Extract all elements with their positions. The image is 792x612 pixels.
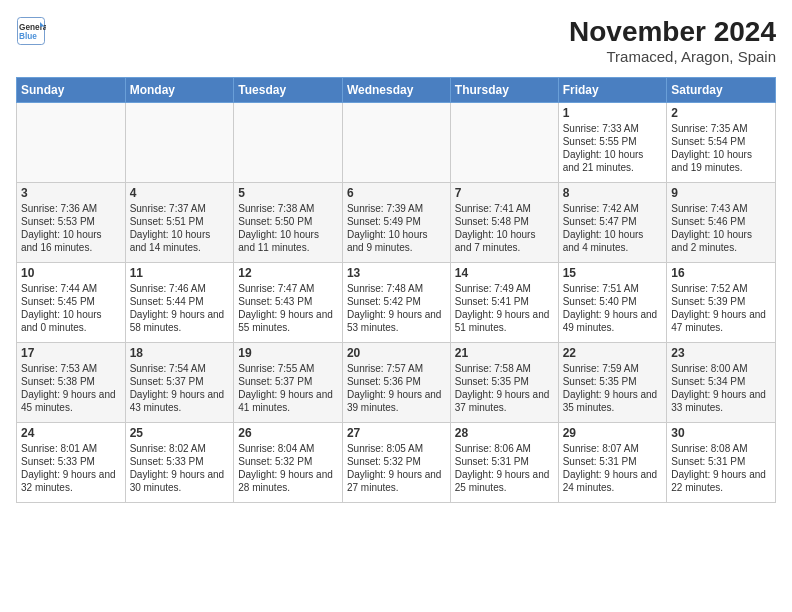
day-number: 23: [671, 346, 771, 360]
day-info: Sunset: 5:41 PM: [455, 295, 554, 308]
calendar-week-1: 1Sunrise: 7:33 AMSunset: 5:55 PMDaylight…: [17, 103, 776, 183]
calendar-cell: 1Sunrise: 7:33 AMSunset: 5:55 PMDaylight…: [558, 103, 667, 183]
weekday-header-saturday: Saturday: [667, 78, 776, 103]
day-info: Sunrise: 7:43 AM: [671, 202, 771, 215]
day-info: Daylight: 9 hours and 30 minutes.: [130, 468, 230, 494]
day-info: Sunrise: 7:53 AM: [21, 362, 121, 375]
day-info: Sunset: 5:32 PM: [238, 455, 338, 468]
day-number: 24: [21, 426, 121, 440]
day-info: Sunset: 5:55 PM: [563, 135, 663, 148]
weekday-header-friday: Friday: [558, 78, 667, 103]
weekday-header-tuesday: Tuesday: [234, 78, 343, 103]
day-number: 14: [455, 266, 554, 280]
day-info: Sunrise: 7:51 AM: [563, 282, 663, 295]
day-info: Sunrise: 8:06 AM: [455, 442, 554, 455]
title-block: November 2024 Tramaced, Aragon, Spain: [569, 16, 776, 65]
day-info: Daylight: 10 hours and 9 minutes.: [347, 228, 446, 254]
location-subtitle: Tramaced, Aragon, Spain: [569, 48, 776, 65]
day-info: Daylight: 10 hours and 0 minutes.: [21, 308, 121, 334]
day-info: Sunset: 5:35 PM: [563, 375, 663, 388]
day-info: Daylight: 9 hours and 39 minutes.: [347, 388, 446, 414]
day-number: 30: [671, 426, 771, 440]
day-info: Daylight: 9 hours and 51 minutes.: [455, 308, 554, 334]
calendar-week-5: 24Sunrise: 8:01 AMSunset: 5:33 PMDayligh…: [17, 423, 776, 503]
day-info: Sunrise: 7:46 AM: [130, 282, 230, 295]
day-info: Daylight: 9 hours and 45 minutes.: [21, 388, 121, 414]
logo-icon: General Blue: [16, 16, 46, 46]
calendar-cell: 6Sunrise: 7:39 AMSunset: 5:49 PMDaylight…: [342, 183, 450, 263]
calendar-cell: 14Sunrise: 7:49 AMSunset: 5:41 PMDayligh…: [450, 263, 558, 343]
day-info: Daylight: 9 hours and 41 minutes.: [238, 388, 338, 414]
day-info: Sunrise: 7:52 AM: [671, 282, 771, 295]
calendar-cell: 5Sunrise: 7:38 AMSunset: 5:50 PMDaylight…: [234, 183, 343, 263]
day-info: Daylight: 9 hours and 32 minutes.: [21, 468, 121, 494]
day-number: 16: [671, 266, 771, 280]
day-number: 9: [671, 186, 771, 200]
day-number: 21: [455, 346, 554, 360]
day-info: Sunset: 5:33 PM: [130, 455, 230, 468]
day-info: Sunrise: 7:39 AM: [347, 202, 446, 215]
day-info: Daylight: 9 hours and 55 minutes.: [238, 308, 338, 334]
calendar-cell: [342, 103, 450, 183]
day-info: Daylight: 9 hours and 24 minutes.: [563, 468, 663, 494]
day-number: 18: [130, 346, 230, 360]
day-info: Sunset: 5:31 PM: [455, 455, 554, 468]
day-info: Daylight: 9 hours and 58 minutes.: [130, 308, 230, 334]
day-info: Sunset: 5:39 PM: [671, 295, 771, 308]
calendar-cell: 20Sunrise: 7:57 AMSunset: 5:36 PMDayligh…: [342, 343, 450, 423]
day-info: Sunset: 5:42 PM: [347, 295, 446, 308]
day-info: Daylight: 9 hours and 28 minutes.: [238, 468, 338, 494]
day-info: Sunset: 5:34 PM: [671, 375, 771, 388]
day-number: 13: [347, 266, 446, 280]
day-info: Sunrise: 7:38 AM: [238, 202, 338, 215]
day-info: Daylight: 10 hours and 4 minutes.: [563, 228, 663, 254]
day-number: 1: [563, 106, 663, 120]
day-info: Sunrise: 7:57 AM: [347, 362, 446, 375]
day-info: Sunset: 5:49 PM: [347, 215, 446, 228]
calendar-cell: 28Sunrise: 8:06 AMSunset: 5:31 PMDayligh…: [450, 423, 558, 503]
weekday-header-thursday: Thursday: [450, 78, 558, 103]
day-info: Sunrise: 7:35 AM: [671, 122, 771, 135]
calendar-cell: 19Sunrise: 7:55 AMSunset: 5:37 PMDayligh…: [234, 343, 343, 423]
day-info: Daylight: 9 hours and 22 minutes.: [671, 468, 771, 494]
day-info: Sunrise: 7:44 AM: [21, 282, 121, 295]
day-info: Daylight: 9 hours and 43 minutes.: [130, 388, 230, 414]
day-number: 6: [347, 186, 446, 200]
day-info: Sunset: 5:33 PM: [21, 455, 121, 468]
calendar-week-4: 17Sunrise: 7:53 AMSunset: 5:38 PMDayligh…: [17, 343, 776, 423]
day-info: Daylight: 10 hours and 19 minutes.: [671, 148, 771, 174]
calendar-cell: 23Sunrise: 8:00 AMSunset: 5:34 PMDayligh…: [667, 343, 776, 423]
day-info: Sunrise: 8:07 AM: [563, 442, 663, 455]
day-info: Daylight: 10 hours and 2 minutes.: [671, 228, 771, 254]
day-info: Sunset: 5:45 PM: [21, 295, 121, 308]
day-info: Sunrise: 7:41 AM: [455, 202, 554, 215]
day-number: 12: [238, 266, 338, 280]
day-info: Daylight: 10 hours and 7 minutes.: [455, 228, 554, 254]
day-info: Sunset: 5:32 PM: [347, 455, 446, 468]
day-number: 7: [455, 186, 554, 200]
day-info: Sunrise: 7:49 AM: [455, 282, 554, 295]
day-info: Sunrise: 7:36 AM: [21, 202, 121, 215]
day-info: Sunrise: 7:58 AM: [455, 362, 554, 375]
day-info: Daylight: 9 hours and 25 minutes.: [455, 468, 554, 494]
day-number: 27: [347, 426, 446, 440]
calendar-cell: 13Sunrise: 7:48 AMSunset: 5:42 PMDayligh…: [342, 263, 450, 343]
day-number: 8: [563, 186, 663, 200]
calendar-cell: 27Sunrise: 8:05 AMSunset: 5:32 PMDayligh…: [342, 423, 450, 503]
day-info: Sunset: 5:40 PM: [563, 295, 663, 308]
day-info: Sunrise: 7:54 AM: [130, 362, 230, 375]
calendar-cell: [450, 103, 558, 183]
day-info: Sunset: 5:44 PM: [130, 295, 230, 308]
day-info: Sunrise: 8:02 AM: [130, 442, 230, 455]
day-number: 5: [238, 186, 338, 200]
day-info: Sunrise: 7:42 AM: [563, 202, 663, 215]
day-info: Sunrise: 8:00 AM: [671, 362, 771, 375]
day-info: Sunset: 5:37 PM: [130, 375, 230, 388]
calendar-cell: 17Sunrise: 7:53 AMSunset: 5:38 PMDayligh…: [17, 343, 126, 423]
logo: General Blue: [16, 16, 46, 46]
weekday-header-sunday: Sunday: [17, 78, 126, 103]
calendar-cell: [17, 103, 126, 183]
svg-text:Blue: Blue: [19, 32, 37, 41]
day-number: 29: [563, 426, 663, 440]
calendar-cell: 25Sunrise: 8:02 AMSunset: 5:33 PMDayligh…: [125, 423, 234, 503]
